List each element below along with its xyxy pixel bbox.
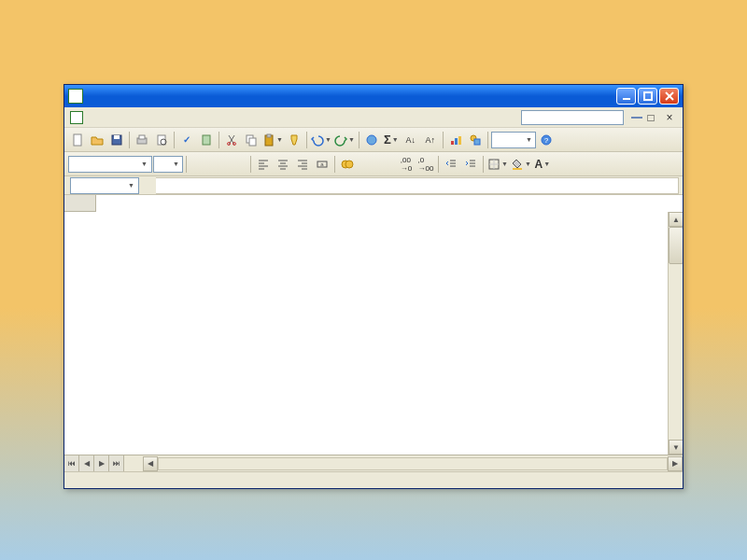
svg-rect-20 — [455, 138, 458, 145]
doc-restore-button[interactable]: □ — [644, 111, 657, 124]
toolbar-separator — [174, 132, 175, 148]
menu-tools[interactable] — [154, 116, 167, 119]
align-center-icon[interactable] — [274, 155, 292, 174]
sheet-nav-next[interactable]: ▶ — [94, 455, 109, 471]
italic-button[interactable] — [209, 155, 228, 174]
new-file-icon[interactable] — [68, 131, 87, 149]
save-icon[interactable] — [107, 131, 126, 149]
svg-point-18 — [367, 135, 376, 145]
toolbar-separator — [483, 156, 484, 173]
scroll-left-button[interactable]: ◀ — [143, 456, 158, 471]
print-icon[interactable] — [133, 131, 151, 149]
standard-toolbar: ✓ ▼ ▼ ▼ Σ▼ A↓ A↑ ▼ ? — [64, 128, 683, 152]
paste-icon[interactable]: ▼ — [261, 131, 284, 149]
select-all-corner[interactable] — [64, 195, 96, 212]
doc-close-button[interactable]: × — [663, 111, 676, 124]
window-minimize-button[interactable] — [616, 88, 636, 105]
font-name-selector[interactable]: ▼ — [68, 156, 152, 173]
svg-point-41 — [345, 161, 353, 168]
menu-help[interactable] — [193, 116, 206, 119]
toolbar-separator — [186, 156, 187, 173]
menu-file[interactable] — [89, 116, 102, 119]
sheet-nav-first[interactable]: ⏮ — [64, 455, 79, 471]
merge-center-icon[interactable]: a — [313, 155, 331, 174]
scroll-thumb[interactable] — [669, 227, 683, 264]
toolbar-separator — [487, 132, 488, 148]
cells-area[interactable] — [64, 212, 683, 455]
undo-icon[interactable]: ▼ — [310, 131, 332, 149]
toolbar-separator — [443, 132, 444, 148]
open-file-icon[interactable] — [88, 131, 106, 149]
currency-icon[interactable] — [338, 155, 357, 174]
svg-rect-8 — [139, 135, 145, 139]
scroll-up-button[interactable]: ▲ — [669, 212, 683, 227]
scroll-right-button[interactable]: ▶ — [668, 456, 683, 471]
hyperlink-icon[interactable] — [362, 131, 381, 149]
sort-asc-icon[interactable]: A↓ — [402, 131, 420, 149]
borders-icon[interactable]: ▼ — [486, 155, 509, 174]
vertical-scrollbar[interactable]: ▲ ▼ — [668, 212, 683, 455]
spelling-icon[interactable]: ✓ — [177, 131, 196, 149]
formula-bar: ▼ — [64, 176, 683, 195]
svg-rect-4 — [74, 134, 81, 146]
format-painter-icon[interactable] — [285, 131, 303, 149]
excel-window: □ × ✓ ▼ ▼ ▼ Σ▼ A↓ A↑ — [63, 84, 684, 489]
align-left-icon[interactable] — [254, 155, 273, 174]
slide-title — [0, 0, 747, 28]
toolbar-separator — [438, 156, 439, 173]
align-right-icon[interactable] — [293, 155, 312, 174]
bold-button[interactable] — [190, 155, 208, 174]
menu-bar: □ × — [64, 107, 683, 128]
formula-input[interactable] — [156, 177, 679, 194]
font-size-selector[interactable]: ▼ — [153, 156, 183, 173]
menu-view[interactable] — [115, 116, 128, 119]
menu-window[interactable] — [180, 116, 193, 119]
toolbar-separator — [218, 132, 219, 148]
autosum-icon[interactable]: Σ▼ — [382, 131, 401, 149]
doc-minimize-button[interactable] — [631, 117, 642, 119]
comma-style-icon[interactable] — [377, 155, 396, 174]
drawing-icon[interactable] — [466, 131, 485, 149]
svg-rect-23 — [474, 139, 480, 145]
formatting-toolbar: ▼ ▼ a ,00→0 ,0→00 ▼ ▼ A▼ — [64, 152, 683, 176]
svg-rect-11 — [203, 135, 210, 145]
menu-edit[interactable] — [102, 116, 115, 119]
print-preview-icon[interactable] — [152, 131, 171, 149]
zoom-selector[interactable]: ▼ — [491, 132, 536, 148]
help-search-input[interactable] — [521, 110, 624, 125]
menu-format[interactable] — [141, 116, 154, 119]
menu-data[interactable] — [167, 116, 180, 119]
toolbar-separator — [359, 132, 359, 148]
name-box[interactable]: ▼ — [70, 177, 139, 194]
svg-point-12 — [228, 142, 231, 145]
redo-icon[interactable]: ▼ — [333, 131, 356, 149]
increase-indent-icon[interactable] — [461, 155, 480, 174]
percent-icon[interactable] — [358, 155, 376, 174]
chart-wizard-icon[interactable] — [446, 131, 465, 149]
copy-icon[interactable] — [242, 131, 261, 149]
help-icon[interactable]: ? — [537, 131, 556, 149]
window-close-button[interactable] — [659, 88, 679, 105]
document-icon[interactable] — [70, 111, 83, 124]
cut-icon[interactable] — [222, 131, 241, 149]
decrease-indent-icon[interactable] — [442, 155, 460, 174]
toolbar-separator — [306, 132, 307, 148]
underline-button[interactable] — [229, 155, 247, 174]
scroll-down-button[interactable]: ▼ — [669, 440, 683, 455]
sheet-nav-prev[interactable]: ◀ — [79, 455, 94, 471]
menu-insert[interactable] — [128, 116, 141, 119]
increase-decimal-icon[interactable]: ,00→0 — [397, 155, 416, 174]
spreadsheet-grid: ▲ ▼ — [64, 195, 683, 455]
window-maximize-button[interactable] — [638, 88, 657, 105]
fill-color-icon[interactable]: ▼ — [510, 155, 532, 174]
font-color-icon[interactable]: A▼ — [533, 155, 552, 174]
horizontal-scrollbar[interactable]: ◀ ▶ — [124, 455, 683, 471]
sort-desc-icon[interactable]: A↑ — [421, 131, 440, 149]
toolbar-separator — [129, 132, 130, 148]
svg-rect-51 — [513, 168, 522, 170]
column-headers — [64, 195, 683, 212]
sheet-nav-last[interactable]: ⏭ — [109, 455, 124, 471]
excel-app-icon — [68, 89, 83, 104]
research-icon[interactable] — [197, 131, 216, 149]
decrease-decimal-icon[interactable]: ,0→00 — [416, 155, 435, 174]
